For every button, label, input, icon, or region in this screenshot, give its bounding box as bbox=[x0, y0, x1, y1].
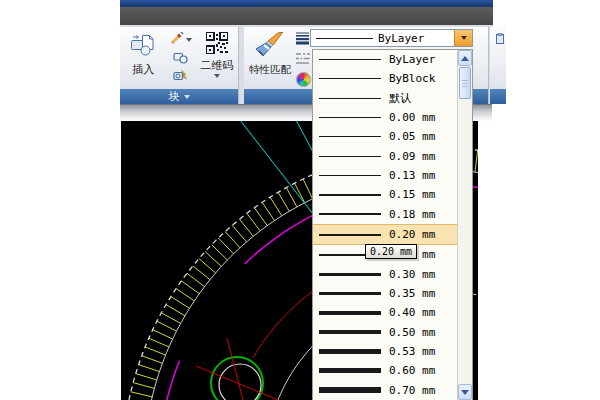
lineweight-sample-line bbox=[319, 368, 381, 373]
lineweight-sample-line bbox=[319, 273, 381, 276]
lineweight-sample-line bbox=[319, 78, 381, 79]
lineweight-option-label: 0.09 mm bbox=[389, 150, 435, 163]
lineweight-list: ByLayerByBlock默认0.00 mm0.05 mm0.09 mm0.1… bbox=[313, 50, 457, 400]
lineweight-option-label: 0.20 mm bbox=[389, 228, 435, 241]
make-block-icon bbox=[173, 50, 188, 68]
dropdown-scrollbar[interactable] bbox=[457, 50, 472, 400]
lineweight-sample-line bbox=[319, 175, 381, 176]
panel-block: 插入 bbox=[120, 27, 239, 104]
match-properties-button[interactable]: 特性匹配 bbox=[246, 29, 294, 89]
app-window: 插入 bbox=[0, 0, 600, 400]
edit-attribute-button[interactable] bbox=[169, 31, 192, 49]
lineweight-option-label: 0.53 mm bbox=[389, 345, 435, 358]
lineweight-sample-line bbox=[319, 213, 381, 215]
lineweight-option[interactable]: 0.18 mm bbox=[313, 205, 457, 224]
chevron-up-icon bbox=[461, 56, 469, 61]
lineweight-option[interactable]: 0.05 mm bbox=[313, 127, 457, 146]
lineweight-option[interactable]: 0.13 mm bbox=[313, 166, 457, 185]
scrollbar-thumb[interactable] bbox=[459, 67, 471, 99]
ribbon-tab-bar bbox=[120, 7, 493, 25]
lineweight-sample-line bbox=[319, 311, 381, 315]
lineweight-combo-field[interactable]: ByLayer bbox=[311, 30, 454, 46]
match-properties-label: 特性匹配 bbox=[249, 63, 291, 77]
block-editor-icon bbox=[173, 69, 188, 87]
lineweight-option-label: ByBlock bbox=[389, 72, 435, 85]
lineweight-option[interactable]: 0.00 mm bbox=[313, 108, 457, 127]
lineweight-option[interactable]: ByLayer bbox=[313, 50, 457, 69]
lineweight-option-label: 0.60 mm bbox=[389, 364, 435, 377]
lineweight-sample-line bbox=[319, 98, 381, 99]
lineweight-option[interactable]: 0.30 mm bbox=[313, 265, 457, 284]
lineweight-sample-line bbox=[319, 136, 381, 137]
lineweight-option-label: 0.30 mm bbox=[389, 268, 435, 281]
lineweight-option-label: 0.35 mm bbox=[389, 287, 435, 300]
insert-button[interactable]: 插入 bbox=[122, 29, 165, 89]
lineweight-option[interactable]: 0.15 mm bbox=[313, 185, 457, 204]
qrcode-button-label: 二维码 bbox=[200, 58, 233, 73]
lineweight-option-label: 0.50 mm bbox=[389, 326, 435, 339]
chevron-down-icon bbox=[461, 390, 469, 395]
lineweight-sample-line bbox=[319, 156, 381, 157]
scrollbar-down-button[interactable] bbox=[458, 384, 472, 400]
lineweight-option-label: 0.40 mm bbox=[389, 306, 435, 319]
clipped-panel-icon bbox=[496, 31, 505, 89]
lineweight-sample-line bbox=[319, 117, 381, 118]
lineweight-option-label: 0.70 mm bbox=[389, 384, 435, 397]
lineweight-option[interactable]: 0.20 mm bbox=[313, 224, 457, 245]
lineweight-option[interactable]: 0.40 mm bbox=[313, 303, 457, 322]
clipped-panel-bar bbox=[490, 89, 506, 104]
lineweight-option-label: 0.05 mm bbox=[389, 130, 435, 143]
lineweight-option[interactable]: 默认 bbox=[313, 89, 457, 108]
panel-clipped-sliver bbox=[490, 27, 506, 104]
match-properties-brush-icon bbox=[255, 32, 285, 61]
lineweight-option-label: 0.00 mm bbox=[389, 111, 435, 124]
lineweight-option-label: ByLayer bbox=[389, 53, 435, 66]
lineweight-sample-line bbox=[319, 234, 381, 236]
lineweight-combobox[interactable]: ByLayer bbox=[310, 29, 473, 47]
lineweight-option-label: 0.18 mm bbox=[389, 208, 435, 221]
color-wheel-icon bbox=[296, 72, 311, 87]
lineweight-icon bbox=[296, 31, 310, 49]
block-editor-button[interactable] bbox=[173, 69, 188, 87]
qrcode-dropdown-arrow[interactable] bbox=[214, 74, 220, 78]
lineweight-option[interactable]: 0.70 mm bbox=[313, 381, 457, 400]
lineweight-dropdown: ByLayerByBlock默认0.00 mm0.05 mm0.09 mm0.1… bbox=[312, 49, 473, 400]
panel-block-label: 块 bbox=[169, 89, 180, 104]
scrollbar-up-button[interactable] bbox=[458, 50, 472, 66]
lineweight-option[interactable]: 0.50 mm bbox=[313, 323, 457, 342]
lineweight-sample-line bbox=[319, 349, 381, 354]
chevron-down-icon bbox=[461, 36, 467, 40]
lineweight-sample-line bbox=[319, 387, 381, 393]
panel-block-bar[interactable]: 块 bbox=[120, 89, 238, 104]
lineweight-option[interactable]: 0.53 mm bbox=[313, 342, 457, 361]
lineweight-option-label: 0.13 mm bbox=[389, 169, 435, 182]
edit-attribute-pencil-icon bbox=[169, 31, 184, 49]
lineweight-combo-sample-line bbox=[316, 38, 373, 39]
lineweight-option[interactable]: ByBlock bbox=[313, 69, 457, 88]
insert-button-label: 插入 bbox=[132, 62, 154, 77]
lineweight-sample-line bbox=[319, 292, 381, 295]
insert-block-icon bbox=[130, 32, 156, 60]
edit-attribute-dropdown-arrow[interactable] bbox=[186, 38, 192, 42]
lineweight-option-label: 0.15 mm bbox=[389, 188, 435, 201]
titlebar-strip bbox=[120, 0, 493, 7]
lineweight-sample-line bbox=[319, 194, 381, 196]
lineweight-combo-value: ByLayer bbox=[378, 32, 424, 45]
lineweight-tooltip: 0.20 mm bbox=[365, 244, 417, 259]
linetype-icon bbox=[296, 51, 310, 69]
lineweight-option[interactable]: 0.60 mm bbox=[313, 361, 457, 380]
lineweight-sample-line bbox=[319, 330, 381, 334]
panel-block-expand-icon bbox=[184, 95, 190, 99]
lineweight-sample-line bbox=[319, 59, 381, 60]
block-tools-column bbox=[165, 29, 198, 89]
lineweight-option[interactable]: 0.35 mm bbox=[313, 284, 457, 303]
lineweight-combo-dropdown-button[interactable] bbox=[454, 30, 472, 46]
make-block-button[interactable] bbox=[173, 50, 188, 68]
qrcode-button[interactable]: 二维码 bbox=[197, 29, 236, 89]
qr-code-icon bbox=[206, 32, 228, 56]
lineweight-option[interactable]: 0.09 mm bbox=[313, 147, 457, 166]
lineweight-option-label: 默认 bbox=[389, 91, 411, 106]
